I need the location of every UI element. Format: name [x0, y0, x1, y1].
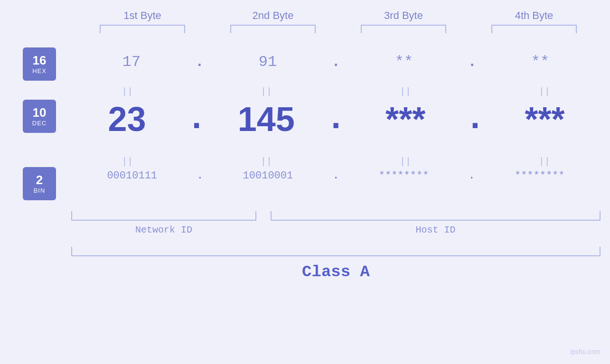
- hex-dot3: .: [468, 53, 477, 71]
- bin-dot3: .: [469, 170, 475, 182]
- bin-badge-label: BIN: [34, 187, 46, 194]
- dec-badge-label: DEC: [32, 120, 47, 127]
- hex-badge-number: 16: [33, 54, 47, 67]
- dec-dot1: .: [187, 100, 207, 139]
- class-label: Class A: [71, 263, 601, 281]
- eq2: ||: [214, 86, 319, 97]
- dec-badge: 10 DEC: [23, 100, 56, 133]
- hex-dot2: .: [331, 53, 340, 71]
- dec-dot3: .: [465, 100, 485, 139]
- byte4-header: 4th Byte: [482, 9, 586, 22]
- eq4: ||: [492, 86, 597, 97]
- bracket-byte1: [100, 25, 185, 33]
- hex-values-row: 17 . 91 . ** . **: [71, 53, 601, 71]
- bin-values-row: 00010111 . 10010001 . ******** . *******…: [71, 170, 601, 182]
- byte2-header: 2nd Byte: [221, 9, 325, 22]
- byte1-header: 1st Byte: [90, 9, 195, 22]
- watermark: ipshu.com: [570, 348, 601, 355]
- bin-dot1: .: [197, 170, 203, 182]
- bin-byte1: 00010111: [80, 170, 184, 182]
- equals-row-2: || || || ||: [71, 154, 601, 168]
- dec-byte1: 23: [75, 100, 179, 139]
- host-id-section: Host ID: [271, 211, 601, 235]
- dec-dot2: .: [326, 100, 346, 139]
- eq7: ||: [353, 156, 458, 167]
- network-id-section: Network ID: [71, 211, 256, 235]
- dec-badge-number: 10: [33, 106, 47, 120]
- bin-badge-number: 2: [36, 173, 43, 187]
- network-id-label: Network ID: [71, 224, 256, 235]
- host-id-label: Host ID: [271, 224, 601, 235]
- dec-byte2: 145: [214, 100, 319, 139]
- byte3-header: 3rd Byte: [351, 9, 456, 22]
- main-container: 1st Byte 2nd Byte 3rd Byte 4th Byte 16 H…: [0, 0, 610, 364]
- hex-badge-label: HEX: [32, 67, 47, 75]
- bin-byte2: 10010001: [216, 170, 320, 182]
- bin-byte4: ********: [488, 170, 592, 182]
- class-full-bracket: [71, 247, 601, 256]
- bracket-byte3: [361, 25, 446, 33]
- eq8: ||: [492, 156, 597, 167]
- dec-byte4: ***: [492, 100, 597, 139]
- host-id-bracket: [271, 211, 601, 221]
- hex-dot1: .: [195, 53, 204, 71]
- id-brackets-area: Network ID Host ID: [71, 211, 601, 235]
- hex-byte4: **: [488, 53, 592, 71]
- eq1: ||: [75, 86, 179, 97]
- hex-badge: 16 HEX: [23, 47, 56, 81]
- bracket-byte4: [491, 25, 577, 33]
- eq6: ||: [214, 156, 319, 167]
- hex-byte2: 91: [216, 53, 320, 71]
- top-brackets: [77, 25, 600, 33]
- eq5: ||: [75, 156, 179, 167]
- eq3: ||: [353, 86, 458, 97]
- bin-byte3: ********: [352, 170, 456, 182]
- network-id-bracket: [71, 211, 256, 221]
- dec-byte3: ***: [353, 100, 458, 139]
- byte-headers: 1st Byte 2nd Byte 3rd Byte 4th Byte: [77, 9, 600, 22]
- dec-values-row: 23 . 145 . *** . ***: [71, 100, 601, 139]
- bin-dot2: .: [333, 170, 339, 182]
- hex-byte1: 17: [79, 53, 184, 71]
- hex-byte3: **: [352, 53, 456, 71]
- bin-badge: 2 BIN: [23, 167, 56, 200]
- equals-row-1: || || || ||: [71, 84, 601, 99]
- bracket-byte2: [230, 25, 316, 33]
- class-bracket-area: Class A: [71, 247, 601, 281]
